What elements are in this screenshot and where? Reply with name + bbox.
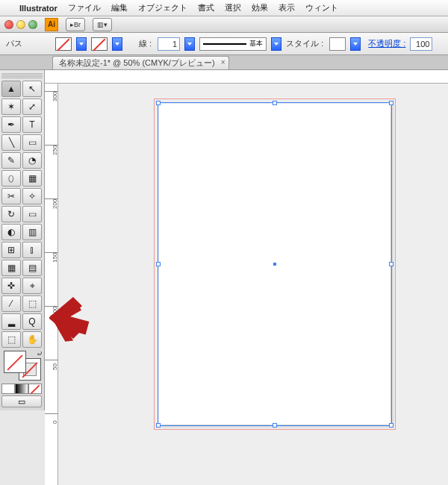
- opacity-link[interactable]: 不透明度 :: [368, 38, 405, 49]
- tool-button-10-1[interactable]: ▤: [22, 260, 42, 276]
- color-mode-solid[interactable]: [1, 384, 15, 394]
- tool-button-2-1[interactable]: T: [22, 116, 42, 133]
- menu-object[interactable]: オブジェクト: [138, 2, 187, 13]
- stroke-weight-dropdown[interactable]: [184, 37, 195, 51]
- color-mode-none[interactable]: [28, 384, 42, 394]
- menu-file[interactable]: ファイル: [68, 2, 101, 13]
- bridge-button[interactable]: ▸Br: [66, 18, 85, 31]
- tool-button-11-1[interactable]: ⌖: [22, 278, 42, 294]
- tool-button-12-1[interactable]: ⬚: [22, 295, 42, 312]
- menu-view[interactable]: 表示: [279, 2, 295, 13]
- ruler-tick-label: 0: [52, 421, 58, 424]
- tool-button-3-0[interactable]: ╲: [1, 134, 21, 151]
- brush-dropdown[interactable]: [271, 37, 281, 51]
- window-minimize-button[interactable]: [16, 20, 25, 29]
- workspace: ▲↖✶⤢✒T╲▭✎◔⬯▦✂✧↻▭◐▥⊞⫿▦▤✜⌖⁄⬚▂Q⬚✋ ⤾ ▭ 30025…: [0, 70, 448, 485]
- fill-dropdown[interactable]: [76, 37, 87, 51]
- tool-button-9-1[interactable]: ⫿: [22, 242, 42, 258]
- ruler-tick-label: 100: [52, 307, 58, 316]
- resize-handle-s[interactable]: [273, 423, 277, 428]
- selection-center-icon: [273, 263, 276, 266]
- selection-bounding-box[interactable]: [158, 102, 392, 426]
- menu-edit[interactable]: 編集: [111, 2, 128, 13]
- tool-button-5-1[interactable]: ▦: [22, 170, 42, 187]
- toolbox-grip[interactable]: [1, 73, 43, 79]
- arrange-documents-button[interactable]: ▥▾: [93, 18, 112, 31]
- tool-button-2-0[interactable]: ✒: [1, 116, 21, 133]
- tool-button-5-0[interactable]: ⬯: [1, 170, 21, 187]
- opacity-input[interactable]: [410, 37, 432, 51]
- stroke-dropdown[interactable]: [112, 37, 122, 51]
- swap-fill-stroke-icon[interactable]: ⤾: [37, 349, 43, 357]
- menu-window[interactable]: ウィント: [305, 2, 338, 13]
- tool-button-3-1[interactable]: ▭: [22, 134, 42, 151]
- tool-button-8-1[interactable]: ▥: [22, 224, 42, 240]
- document-tab-title: 名称未設定-1* @ 50% (CMYK/プレビュー): [59, 57, 215, 69]
- window-titlebar: Ai ▸Br ▥▾: [0, 16, 448, 33]
- brush-definition[interactable]: 基本: [199, 37, 267, 51]
- resize-handle-nw[interactable]: [156, 101, 161, 105]
- tool-button-14-1[interactable]: ✋: [22, 331, 42, 348]
- resize-handle-w[interactable]: [156, 262, 161, 266]
- style-label: スタイル :: [286, 38, 323, 49]
- stroke-weight-input[interactable]: [158, 37, 180, 51]
- tool-button-0-0[interactable]: ▲: [1, 81, 21, 97]
- stroke-swatch[interactable]: [91, 37, 108, 51]
- tool-button-12-0[interactable]: ⁄: [1, 295, 21, 312]
- fill-swatch[interactable]: [55, 37, 72, 51]
- resize-handle-n[interactable]: [273, 101, 277, 105]
- tool-button-1-0[interactable]: ✶: [1, 98, 21, 115]
- menu-effect[interactable]: 効果: [252, 2, 268, 13]
- ruler-tick-label: 50: [52, 363, 58, 370]
- tool-button-6-1[interactable]: ✧: [22, 188, 42, 204]
- ruler-tick-label: 200: [52, 199, 58, 209]
- tool-button-9-0[interactable]: ⊞: [1, 242, 21, 258]
- color-mode-row: [1, 384, 43, 394]
- app-menu[interactable]: Illustrator: [19, 4, 57, 13]
- tool-button-7-0[interactable]: ↻: [1, 206, 21, 222]
- resize-handle-sw[interactable]: [156, 423, 161, 428]
- graphic-style-swatch[interactable]: [329, 37, 346, 51]
- document-tab[interactable]: 名称未設定-1* @ 50% (CMYK/プレビュー) ×: [52, 56, 229, 69]
- tool-button-1-1[interactable]: ⤢: [22, 98, 42, 115]
- tool-button-13-0[interactable]: ▂: [1, 313, 21, 330]
- resize-handle-ne[interactable]: [389, 101, 393, 105]
- stroke-label: 線 :: [139, 38, 152, 49]
- fill-stroke-control[interactable]: ⤾: [2, 349, 43, 382]
- tool-button-8-0[interactable]: ◐: [1, 224, 21, 240]
- ruler-tick-label: 150: [52, 253, 58, 263]
- system-menubar: Illustrator ファイル 編集 オブジェクト 書式 選択 効果 表示 ウ…: [0, 0, 448, 16]
- screen-mode-button[interactable]: ▭: [1, 395, 42, 407]
- ruler-tick-label: 300: [52, 92, 58, 101]
- canvas[interactable]: [58, 84, 448, 485]
- graphic-style-dropdown[interactable]: [350, 37, 361, 51]
- window-zoom-button[interactable]: [28, 20, 37, 29]
- fill-box[interactable]: [4, 351, 26, 373]
- menu-select[interactable]: 選択: [225, 2, 241, 13]
- tool-button-4-1[interactable]: ◔: [22, 152, 42, 169]
- ruler-horizontal[interactable]: [45, 70, 448, 84]
- tab-close-icon[interactable]: ×: [221, 58, 225, 66]
- control-bar: パス 線 : 基本 スタイル : 不透明度 :: [0, 33, 448, 55]
- tool-button-4-0[interactable]: ✎: [1, 152, 21, 169]
- ruler-tick-label: 250: [52, 146, 58, 155]
- menu-type[interactable]: 書式: [198, 2, 214, 13]
- selection-type-label: パス: [6, 38, 22, 49]
- resize-handle-e[interactable]: [389, 262, 393, 266]
- brush-name-label: 基本: [249, 39, 263, 48]
- ruler-vertical[interactable]: 300250200150100500: [45, 84, 58, 485]
- tool-button-13-1[interactable]: Q: [22, 313, 42, 330]
- color-mode-gradient[interactable]: [15, 384, 28, 394]
- tool-button-10-0[interactable]: ▦: [1, 260, 21, 276]
- toolbox: ▲↖✶⤢✒T╲▭✎◔⬯▦✂✧↻▭◐▥⊞⫿▦▤✜⌖⁄⬚▂Q⬚✋ ⤾ ▭: [0, 70, 45, 410]
- resize-handle-se[interactable]: [389, 423, 393, 428]
- tool-button-6-0[interactable]: ✂: [1, 188, 21, 204]
- window-close-button[interactable]: [4, 20, 13, 29]
- tool-button-14-0[interactable]: ⬚: [1, 331, 21, 348]
- tool-button-11-0[interactable]: ✜: [1, 278, 21, 294]
- tool-button-7-1[interactable]: ▭: [22, 206, 42, 222]
- document-tab-strip: 名称未設定-1* @ 50% (CMYK/プレビュー) ×: [0, 55, 448, 70]
- tool-button-0-1[interactable]: ↖: [22, 81, 42, 97]
- app-icon: Ai: [45, 18, 58, 31]
